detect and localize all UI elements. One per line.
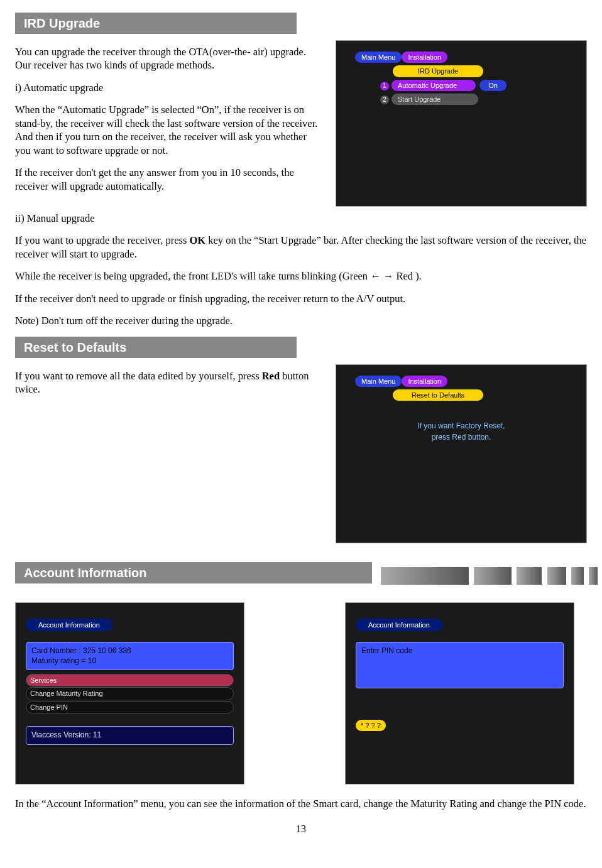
breadcrumb-installation: Installation: [402, 52, 447, 63]
pin-entry-value: * ? ? ?: [356, 720, 386, 731]
section-header-ird-upgrade: IRD Upgrade: [15, 13, 297, 34]
account-info-screenshot-b: Account Information Enter PIN code * ? ?…: [345, 602, 574, 784]
breadcrumb-main-menu: Main Menu: [355, 52, 402, 63]
menu-item-change-pin: Change PIN: [26, 701, 234, 713]
ird-p8: If the receiver don't need to upgrade or…: [15, 292, 587, 305]
menu-item-services: Services: [26, 674, 234, 686]
menu-value-on: On: [479, 80, 506, 91]
section-header-reset-defaults: Reset to Defaults: [15, 337, 297, 358]
enter-pin-box: Enter PIN code: [356, 642, 564, 688]
ird-p3: When the “Automatic Upgrade” is selected…: [15, 103, 323, 157]
screen-title-account-a: Account Information: [26, 619, 112, 631]
ird-p6: If you want to upgrade the receiver, pre…: [15, 234, 587, 261]
page-number: 13: [15, 823, 587, 836]
ird-p2: i) Automatic upgrade: [15, 81, 323, 94]
reset-message: If you want Factory Reset, press Red but…: [342, 420, 580, 443]
screen-title-ird-upgrade: IRD Upgrade: [393, 65, 483, 77]
reset-p1: If you want to remove all the data edite…: [15, 369, 323, 396]
header-decorative-bars: [381, 567, 602, 585]
reset-defaults-screenshot: Main MenuInstallation Reset to Defaults …: [336, 364, 587, 543]
menu-item-automatic-upgrade: Automatic Upgrade: [391, 80, 476, 91]
ird-p5: ii) Manual upgrade: [15, 212, 587, 225]
ird-p9: Note) Don't turn off the receiver during…: [15, 314, 587, 327]
card-info-box: Card Number : 325 10 06 336 Maturity rat…: [26, 642, 234, 670]
breadcrumb-main-menu: Main Menu: [355, 376, 402, 387]
menu-number-2-icon: 2: [380, 95, 389, 104]
screen-title-account-b: Account Information: [356, 619, 442, 631]
menu-number-1-icon: 1: [380, 82, 389, 90]
menu-item-start-upgrade: Start Upgrade: [391, 94, 478, 105]
viaccess-version-box: Viaccess Version: 11: [26, 726, 234, 745]
screen-title-reset: Reset to Defaults: [393, 389, 483, 401]
account-p1: In the “Account Information” menu, you c…: [15, 797, 587, 810]
section-header-account-info: Account Information: [15, 562, 372, 583]
ird-p1: You can upgrade the receiver through the…: [15, 45, 323, 72]
ird-upgrade-screenshot: Main MenuInstallation IRD Upgrade 1Autom…: [336, 40, 587, 207]
account-info-screenshot-a: Account Information Card Number : 325 10…: [15, 602, 244, 784]
breadcrumb-installation: Installation: [402, 376, 447, 387]
ird-p4: If the receiver don't get the any answer…: [15, 166, 323, 193]
ird-p7: While the receiver is being upgraded, th…: [15, 269, 587, 283]
menu-item-change-maturity: Change Maturity Rating: [26, 687, 234, 700]
